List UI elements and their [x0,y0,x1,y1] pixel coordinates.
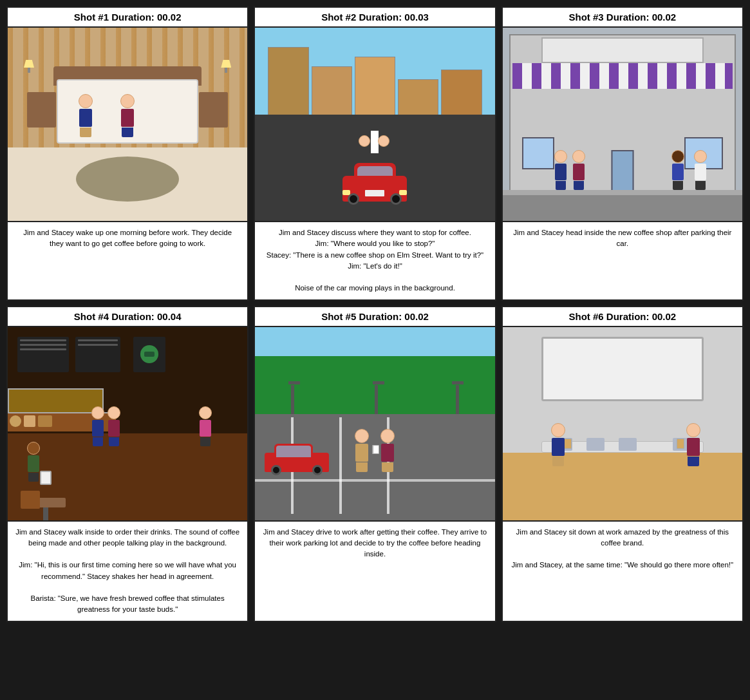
shot-5: Shot #5 Duration: 00.02 [254,306,496,622]
shot-6: Shot #6 Duration: 00.02 [502,306,744,622]
shot-4: Shot #4 Duration: 00.04 [6,306,248,622]
shot-4-image [8,327,247,520]
shot-1: Shot #1 Duration: 00.02 [6,6,248,301]
shot-1-header: Shot #1 Duration: 00.02 [8,8,247,28]
shot-1-caption: Jim and Stacey wake up one morning befor… [8,221,247,272]
shot-2-header: Shot #2 Duration: 00.03 [255,8,494,28]
shot-2: Shot #2 Duration: 00.03 [254,6,496,301]
shot-6-header: Shot #6 Duration: 00.02 [503,307,742,327]
shot-5-header: Shot #5 Duration: 00.02 [255,307,494,327]
shot-6-caption: Jim and Stacey sit down at work amazed b… [503,520,742,576]
shot-3-header: Shot #3 Duration: 00.02 [503,8,742,28]
shot-6-image [503,327,742,520]
shot-4-header: Shot #4 Duration: 00.04 [8,307,247,327]
shot-3: Shot #3 Duration: 00.02 [502,6,744,301]
shot-5-caption: Jim and Stacey drive to work after getti… [255,520,494,572]
shot-3-image [503,28,742,221]
storyboard: Shot #1 Duration: 00.02 [6,6,744,622]
shot-4-caption: Jim and Stacey walk inside to order thei… [8,520,247,621]
shot-5-image [255,327,494,520]
shot-2-image [255,28,494,221]
shot-1-image [8,28,247,221]
shot-3-caption: Jim and Stacey head inside the new coffe… [503,221,742,272]
shot-2-caption: Jim and Stacey discuss where they want t… [255,221,494,299]
